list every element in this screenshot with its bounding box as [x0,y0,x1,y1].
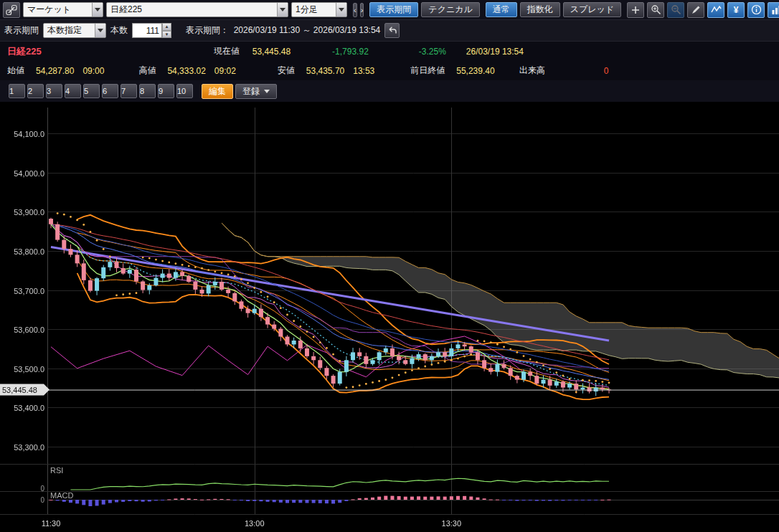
quote-symbol: 日経225 [7,45,42,58]
spread-mode-button[interactable]: スプレッド [563,2,621,17]
prev-close-label: 前日終値 [410,65,445,77]
line-chart-icon[interactable] [707,2,724,18]
low-value: 53,435.70 [306,66,344,76]
preset-tab-10[interactable]: 10 [176,84,193,98]
indexed-mode-button[interactable]: 指数化 [520,2,560,17]
edit-button[interactable]: 編集 [202,84,233,99]
count-mode-value: 本数指定 [44,24,95,37]
preset-tab-5[interactable]: 5 [83,84,100,98]
chevron-down-icon [264,90,270,93]
volume-value: 0 [604,66,609,76]
open-time: 09:00 [82,66,104,76]
quote-row-1: 日経225 現在値 53,445.48 -1,793.92 -3.25% 26/… [0,42,779,61]
draw-pencil-icon[interactable] [687,2,704,18]
timeframe-select-value: 1分足 [292,4,336,16]
period-toolbar: 表示期間 本数指定 本数 ▲ ▼ 表示期間： 2026/03/19 11:30 … [0,20,779,42]
preset-tab-6[interactable]: 6 [102,84,118,98]
open-label: 始値 [7,65,24,77]
preset-tab-4[interactable]: 4 [65,84,81,98]
high-value: 54,333.02 [167,66,205,76]
quote-datetime: 26/03/19 13:54 [466,47,524,57]
current-price-label: 現在値 [214,45,240,57]
count-input[interactable] [132,23,162,38]
period-range-label: 表示期間： 2026/03/19 11:30 ～ 2026/03/19 13:5… [186,24,380,37]
price-change-percent: -3.25% [419,47,446,57]
main-toolbar: マーケット 日経225 1分足 ‹ › 表示期間 テクニカル 通常 指数化 スプ… [0,0,779,20]
display-period-label: 表示期間 [4,24,39,37]
market-select-value: マーケット [24,4,92,16]
symbol-select-value: 日経225 [107,4,277,16]
reset-period-icon[interactable] [384,23,400,38]
preset-tab-2[interactable]: 2 [27,84,44,98]
prev-close-value: 55,239.40 [456,66,494,76]
symbol-select[interactable]: 日経225 [106,2,288,17]
normal-mode-button[interactable]: 通常 [486,2,517,17]
display-period-button[interactable]: 表示期間 [369,2,418,17]
my-chart-icon[interactable] [768,2,779,18]
add-icon[interactable] [627,2,644,18]
price-chart-canvas[interactable] [0,102,779,532]
price-change: -1,793.92 [332,47,369,57]
high-time: 09:02 [214,66,236,76]
count-down-button[interactable]: ▼ [162,31,171,39]
volume-label: 出来高 [519,65,545,77]
preset-tab-3[interactable]: 3 [46,84,62,98]
low-label: 安値 [278,65,295,77]
chevron-down-icon [95,24,105,37]
chevron-down-icon [92,3,103,16]
zoom-out-icon[interactable] [667,2,684,18]
count-label: 本数 [110,24,128,37]
info-icon[interactable] [747,2,765,18]
preset-tab-7[interactable]: 7 [121,84,137,98]
preset-tab-9[interactable]: 9 [158,84,174,98]
count-stepper: ▲ ▼ [132,23,171,38]
next-button[interactable]: › [360,3,364,17]
low-time: 13:53 [353,66,374,76]
yen-icon[interactable]: ¥ [727,2,745,18]
register-button[interactable]: 登録 [235,84,277,99]
open-value: 54,287.80 [36,66,74,76]
zoom-in-icon[interactable] [647,2,664,18]
timeframe-select[interactable]: 1分足 [291,2,347,17]
link-icon[interactable] [3,2,20,18]
preset-tab-8[interactable]: 8 [139,84,156,98]
current-price-value: 53,445.48 [252,47,291,57]
preset-tab-1[interactable]: 1 [9,84,25,98]
preset-tabs-row: 1 2 3 4 5 6 7 8 9 10 編集 登録 [0,80,779,102]
quote-row-2: 始値 54,287.80 09:00 高値 54,333.02 09:02 安値… [0,61,779,80]
market-select[interactable]: マーケット [23,2,103,17]
count-mode-select[interactable]: 本数指定 [43,23,106,38]
chevron-down-icon [336,3,346,16]
high-label: 高値 [138,65,156,77]
chevron-down-icon [277,3,288,16]
technical-button[interactable]: テクニカル [421,2,479,17]
count-up-button[interactable]: ▲ [162,23,171,31]
prev-button[interactable]: ‹ [353,3,357,17]
